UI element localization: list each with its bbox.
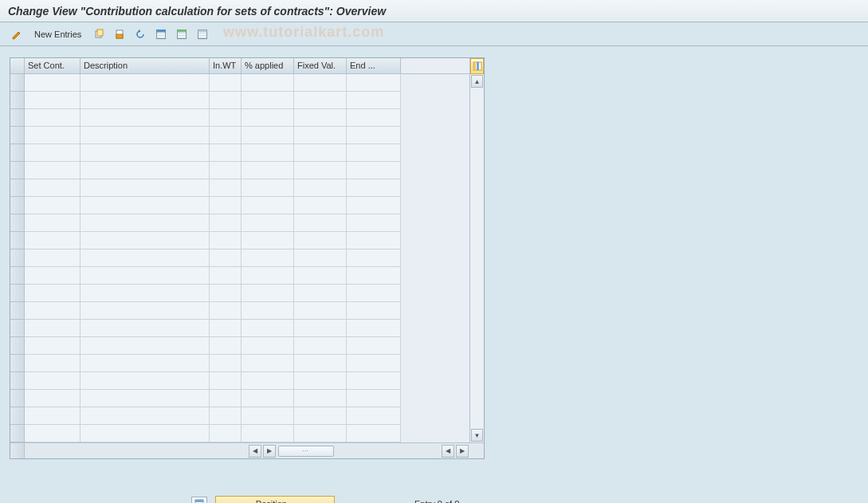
- table-cell[interactable]: [210, 302, 242, 320]
- table-cell[interactable]: [210, 109, 242, 127]
- table-cell[interactable]: [210, 92, 242, 109]
- table-cell[interactable]: [81, 74, 210, 92]
- table-cell[interactable]: [242, 250, 294, 267]
- table-cell[interactable]: [81, 320, 210, 337]
- column-header-set-cont[interactable]: Set Cont.: [25, 58, 81, 74]
- column-header-fixed-val[interactable]: Fixed Val.: [294, 58, 347, 74]
- vertical-scrollbar[interactable]: [470, 88, 484, 428]
- table-cell[interactable]: [81, 197, 210, 214]
- table-cell[interactable]: [347, 320, 401, 337]
- table-cell[interactable]: [294, 74, 347, 92]
- table-cell[interactable]: [294, 179, 347, 197]
- table-cell[interactable]: [25, 197, 81, 214]
- table-cell[interactable]: [210, 179, 242, 197]
- table-cell[interactable]: [81, 127, 210, 144]
- table-cell[interactable]: [294, 407, 347, 425]
- table-cell[interactable]: [294, 372, 347, 390]
- table-cell[interactable]: [242, 179, 294, 197]
- configure-columns-icon[interactable]: [470, 58, 484, 74]
- table-cell[interactable]: [210, 320, 242, 337]
- table-cell[interactable]: [294, 92, 347, 109]
- table-cell[interactable]: [294, 267, 347, 285]
- table-cell[interactable]: [210, 127, 242, 144]
- table-cell[interactable]: [81, 109, 210, 127]
- table-cell[interactable]: [210, 390, 242, 407]
- table-cell[interactable]: [81, 179, 210, 197]
- table-cell[interactable]: [210, 267, 242, 285]
- row-selector[interactable]: [10, 302, 25, 320]
- column-header-end[interactable]: End ...: [347, 58, 401, 74]
- scroll-left-end-icon[interactable]: ◀: [442, 445, 454, 458]
- table-cell[interactable]: [294, 320, 347, 337]
- table-cell[interactable]: [294, 390, 347, 407]
- table-cell[interactable]: [210, 74, 242, 92]
- table-cell[interactable]: [294, 285, 347, 302]
- row-selector[interactable]: [10, 179, 25, 197]
- table-cell[interactable]: [347, 197, 401, 214]
- row-selector[interactable]: [10, 144, 25, 162]
- table-cell[interactable]: [242, 285, 294, 302]
- table-cell[interactable]: [81, 425, 210, 442]
- table-cell[interactable]: [81, 92, 210, 109]
- deselect-all-icon[interactable]: [194, 26, 211, 42]
- position-icon[interactable]: [191, 497, 207, 503]
- table-cell[interactable]: [294, 232, 347, 250]
- change-mode-icon[interactable]: [8, 26, 26, 42]
- table-cell[interactable]: [347, 355, 401, 372]
- table-cell[interactable]: [81, 250, 210, 267]
- table-cell[interactable]: [347, 425, 401, 442]
- table-cell[interactable]: [242, 390, 294, 407]
- table-cell[interactable]: [294, 162, 347, 179]
- undo-icon[interactable]: [132, 26, 149, 42]
- row-selector[interactable]: [10, 127, 25, 144]
- table-cell[interactable]: [347, 285, 401, 302]
- table-cell[interactable]: [242, 355, 294, 372]
- table-cell[interactable]: [81, 355, 210, 372]
- table-cell[interactable]: [294, 109, 347, 127]
- table-cell[interactable]: [347, 92, 401, 109]
- table-cell[interactable]: [347, 127, 401, 144]
- table-cell[interactable]: [294, 197, 347, 214]
- scroll-right-icon[interactable]: ▶: [263, 445, 276, 458]
- table-cell[interactable]: [210, 407, 242, 425]
- scroll-left-icon[interactable]: ◀: [249, 445, 261, 458]
- table-cell[interactable]: [294, 144, 347, 162]
- row-selector[interactable]: [10, 214, 25, 232]
- table-cell[interactable]: [25, 144, 81, 162]
- table-cell[interactable]: [242, 214, 294, 232]
- table-cell[interactable]: [25, 337, 81, 355]
- column-header-in-wt[interactable]: In.WT: [210, 58, 242, 74]
- table-cell[interactable]: [210, 372, 242, 390]
- table-cell[interactable]: [347, 302, 401, 320]
- table-cell[interactable]: [347, 337, 401, 355]
- table-cell[interactable]: [25, 320, 81, 337]
- table-cell[interactable]: [81, 232, 210, 250]
- table-cell[interactable]: [25, 302, 81, 320]
- table-cell[interactable]: [294, 214, 347, 232]
- table-cell[interactable]: [242, 74, 294, 92]
- table-cell[interactable]: [347, 390, 401, 407]
- table-cell[interactable]: [347, 407, 401, 425]
- table-cell[interactable]: [81, 337, 210, 355]
- table-cell[interactable]: [242, 144, 294, 162]
- table-cell[interactable]: [242, 127, 294, 144]
- table-cell[interactable]: [242, 162, 294, 179]
- table-cell[interactable]: [347, 144, 401, 162]
- row-selector[interactable]: [10, 285, 25, 302]
- table-cell[interactable]: [25, 285, 81, 302]
- table-cell[interactable]: [25, 355, 81, 372]
- row-selector[interactable]: [10, 425, 25, 442]
- table-cell[interactable]: [25, 179, 81, 197]
- copy-as-icon[interactable]: [90, 26, 108, 42]
- table-cell[interactable]: [81, 372, 210, 390]
- table-cell[interactable]: [347, 109, 401, 127]
- table-cell[interactable]: [210, 250, 242, 267]
- scroll-right-end-icon[interactable]: ▶: [456, 445, 469, 458]
- row-selector[interactable]: [10, 162, 25, 179]
- table-cell[interactable]: [210, 214, 242, 232]
- table-cell[interactable]: [294, 250, 347, 267]
- position-button[interactable]: Position...: [215, 496, 335, 503]
- table-cell[interactable]: [294, 355, 347, 372]
- table-cell[interactable]: [81, 267, 210, 285]
- table-cell[interactable]: [242, 337, 294, 355]
